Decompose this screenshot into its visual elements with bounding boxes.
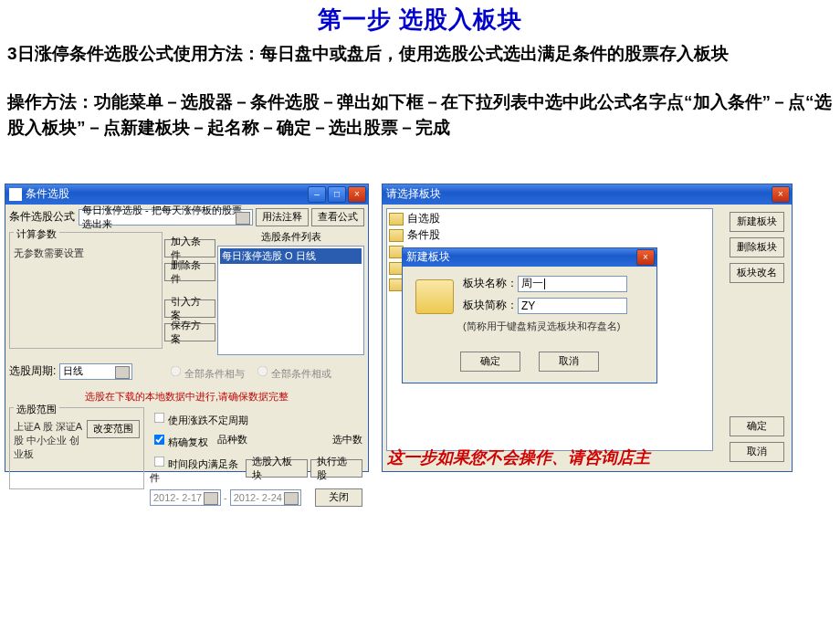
radio-and[interactable]: 全部条件相与 — [165, 362, 245, 381]
add-condition-button[interactable]: 加入条件 — [164, 239, 215, 257]
usage-button[interactable]: 用法注释 — [256, 208, 309, 226]
app-icon — [9, 188, 22, 201]
date-to-combo[interactable]: 2012- 2-24 — [230, 489, 301, 506]
chk-fuquan[interactable]: 精确复权 — [150, 431, 208, 449]
import-scheme-button[interactable]: 引入方案 — [164, 299, 215, 318]
run-selection-button[interactable]: 执行选股 — [310, 459, 362, 478]
formula-label: 条件选股公式 — [9, 209, 75, 225]
dialog-cancel-button[interactable]: 取消 — [539, 352, 599, 372]
block-short-input[interactable]: ZY — [518, 298, 627, 314]
close-icon[interactable]: × — [772, 186, 790, 203]
dialog-hint: (简称用于键盘精灵选板块和存盘名) — [463, 320, 647, 333]
maximize-icon[interactable]: □ — [328, 186, 346, 203]
tree-node[interactable]: 自选股 — [389, 211, 710, 227]
scope-group-title: 选股范围 — [14, 403, 59, 416]
dialog-ok-button[interactable]: 确定 — [460, 352, 520, 372]
selected-count-label: 选中数 — [332, 433, 362, 446]
params-group-title: 计算参数 — [14, 227, 59, 241]
minimize-icon[interactable]: – — [308, 186, 326, 203]
annotation-text: 这一步如果您不会操作、请咨询店主 — [387, 446, 650, 468]
select-to-block-button[interactable]: 选股入板块 — [246, 459, 308, 478]
folder-icon — [389, 213, 404, 226]
chk-cycle[interactable]: 使用涨跌不定周期 — [150, 409, 248, 427]
close-button[interactable]: 关闭 — [315, 488, 362, 507]
delete-block-button[interactable]: 删除板块 — [730, 237, 784, 257]
window-title: 请选择板块 — [386, 186, 441, 202]
warning-text: 选股在下载的本地数据中进行,请确保数据完整 — [9, 388, 364, 405]
delete-condition-button[interactable]: 删除条件 — [164, 263, 215, 281]
condition-list-header: 选股条件列表 — [217, 230, 364, 244]
description-1: 3日涨停条件选股公式使用方法：每日盘中或盘后，使用选股公式选出满足条件的股票存入… — [0, 36, 840, 68]
dialog-title: 新建板块 — [406, 249, 450, 265]
ok-button[interactable]: 确定 — [730, 416, 784, 436]
block-name-input[interactable]: 周一 — [518, 276, 627, 292]
new-block-dialog: 新建板块 × 板块名称： 周一 板块简称： ZY (简称用于键盘精灵选板块和存盘… — [402, 247, 657, 383]
close-icon[interactable]: × — [348, 186, 366, 203]
save-scheme-button[interactable]: 保存方案 — [164, 323, 215, 341]
radio-or[interactable]: 全部条件相或 — [252, 362, 331, 381]
conditional-stock-window: 条件选股 – □ × 条件选股公式 每日涨停选股 - 把每天涨停板的股票选出来 … — [5, 184, 369, 472]
rename-block-button[interactable]: 板块改名 — [730, 263, 784, 283]
condition-listbox[interactable]: 每日涨停选股 O 日线 — [217, 246, 364, 355]
list-item[interactable]: 每日涨停选股 O 日线 — [220, 248, 362, 264]
params-text: 无参数需要设置 — [14, 247, 158, 260]
tree-node[interactable]: 条件股 — [389, 227, 710, 244]
formula-combo[interactable]: 每日涨停选股 - 把每天涨停板的股票选出来 — [79, 209, 253, 226]
view-formula-button[interactable]: 查看公式 — [311, 208, 364, 226]
scope-text: 上证A 股 深证A 股 中小企业 创业板 — [14, 420, 84, 462]
description-2: 操作方法：功能菜单－选股器－条件选股－弹出如下框－在下拉列表中选中此公式名字点“… — [0, 84, 840, 142]
cancel-button[interactable]: 取消 — [730, 442, 784, 462]
block-short-label: 板块简称： — [463, 298, 518, 313]
window-title: 条件选股 — [26, 186, 69, 202]
folder-icon — [389, 229, 404, 242]
window-titlebar[interactable]: 条件选股 – □ × — [5, 184, 368, 205]
change-scope-button[interactable]: 改变范围 — [87, 420, 140, 438]
folder-icon — [415, 279, 454, 314]
new-block-button[interactable]: 新建板块 — [730, 212, 784, 232]
window-titlebar[interactable]: 请选择板块 × — [383, 184, 792, 205]
chk-time[interactable]: 时间段内满足条件 — [150, 453, 246, 485]
dialog-titlebar[interactable]: 新建板块 × — [403, 248, 656, 267]
page-title: 第一步 选股入板块 — [0, 0, 840, 36]
block-name-label: 板块名称： — [463, 276, 518, 291]
close-icon[interactable]: × — [636, 249, 655, 266]
variety-count-label: 品种数 — [217, 433, 247, 446]
cycle-combo[interactable]: 日线 — [59, 363, 132, 380]
date-from-combo[interactable]: 2012- 2-17 — [150, 489, 221, 506]
cycle-label: 选股周期: — [9, 363, 56, 379]
